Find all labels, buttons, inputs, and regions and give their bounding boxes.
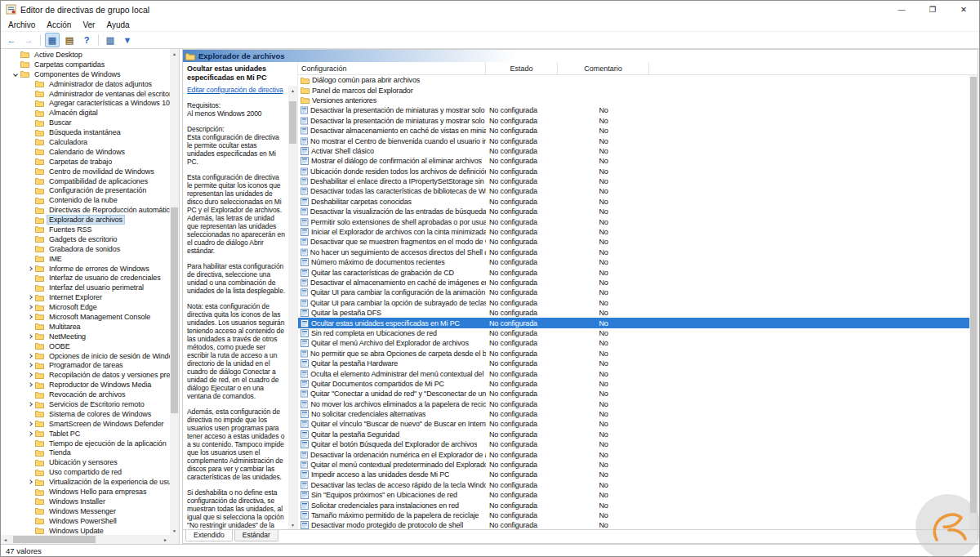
list-row-setting[interactable]: Desactivar el almacenamiento en caché de… xyxy=(298,278,978,287)
tree-item[interactable]: Gadgets de escritorio xyxy=(1,234,170,244)
expand-chevron-icon[interactable] xyxy=(25,296,34,299)
tree-item[interactable]: Programador de tareas xyxy=(1,361,170,371)
tree-item[interactable]: Windows PowerShell xyxy=(1,516,170,526)
list-row-setting[interactable]: No hacer un seguimiento de accesos direc… xyxy=(298,247,978,257)
tree-item[interactable]: Recopilación de datos y versiones preli xyxy=(1,370,170,380)
edit-policy-link[interactable]: Editar configuración de directiva xyxy=(187,86,286,94)
tree-horizontal-scrollbar[interactable]: ◄ ► xyxy=(1,535,170,544)
tree-item[interactable]: Informe de errores de Windows xyxy=(1,264,170,274)
tree-item[interactable]: Buscar xyxy=(1,118,170,127)
standard-view-button[interactable]: ▥ xyxy=(103,33,118,47)
collapse-chevron-icon[interactable] xyxy=(11,73,20,76)
tree-item[interactable]: Fuentes RSS xyxy=(1,225,170,234)
tree-vertical-scrollbar[interactable]: ▲ ▼ xyxy=(170,49,179,535)
expand-chevron-icon[interactable] xyxy=(25,335,34,338)
export-list-button[interactable]: ▤ xyxy=(62,33,77,47)
list-row-setting[interactable]: Quitar la pestaña HardwareNo configurada… xyxy=(298,359,978,368)
tree-item[interactable]: Carpetas de trabajo xyxy=(1,157,170,167)
list-row-setting[interactable]: Quitar el vínculo "Buscar de nuevo" de B… xyxy=(298,419,978,429)
minimize-button[interactable]: — xyxy=(886,1,917,18)
tree-item[interactable]: Revocación de archivos xyxy=(1,390,170,399)
expand-chevron-icon[interactable] xyxy=(25,373,34,377)
tree-item[interactable]: Windows Installer xyxy=(1,497,170,506)
tree-item[interactable]: SmartScreen de Windows Defender xyxy=(1,419,170,429)
tab-estandar[interactable]: Estándar xyxy=(234,530,278,541)
tree-item[interactable]: NetMeeting xyxy=(1,332,170,341)
expand-chevron-icon[interactable] xyxy=(25,305,34,309)
scrollbar-track[interactable] xyxy=(170,58,179,526)
tree-item[interactable]: Configuración de presentación xyxy=(1,185,170,195)
list-row-setting[interactable]: No permitir que se abra Opciones de carp… xyxy=(298,349,978,359)
list-row-folder[interactable]: Versiones anteriores xyxy=(298,96,978,105)
tree-item[interactable]: Sistema de colores de Windows xyxy=(1,409,170,419)
scroll-down-icon[interactable]: ▼ xyxy=(288,520,297,529)
scrollbar-track[interactable] xyxy=(10,535,161,544)
scrollbar-thumb[interactable] xyxy=(970,77,977,513)
list-row-setting[interactable]: Desactivar todas las características de … xyxy=(298,186,978,196)
list-row-setting[interactable]: Permitir solo extensiones de shell aprob… xyxy=(298,216,978,226)
expand-chevron-icon[interactable] xyxy=(25,363,34,367)
list-row-setting[interactable]: Quitar las características de grabación … xyxy=(298,267,978,277)
list-row-setting[interactable]: Solicitar credenciales para instalacione… xyxy=(298,500,978,510)
tree-item[interactable]: Tablet PC xyxy=(1,429,170,439)
tree-item[interactable]: Ubicación y sensores xyxy=(1,457,170,467)
tree-item[interactable]: Centro de movilidad de Windows xyxy=(1,167,170,176)
expand-chevron-icon[interactable] xyxy=(25,315,34,319)
list-row-setting[interactable]: Desactivar la presentación de miniaturas… xyxy=(298,116,978,126)
tree-item[interactable]: Microsoft Management Console xyxy=(1,312,170,322)
tree-item[interactable]: Calculadora xyxy=(1,137,170,147)
tree-item[interactable]: Windows Messenger xyxy=(1,506,170,516)
list-row-setting[interactable]: Mostrar el diálogo de confirmación al el… xyxy=(298,156,978,166)
scrollbar-track[interactable] xyxy=(288,95,297,520)
tree-item[interactable]: Tiempo de ejecución de la aplicación xyxy=(1,439,170,448)
list-row-setting[interactable]: Desactivar la ordenación numérica en el … xyxy=(298,449,978,459)
list-row-setting[interactable]: Iniciar el Explorador de archivos con la… xyxy=(298,227,978,237)
tree-item[interactable]: Carpetas compartidas xyxy=(1,60,170,69)
tree-item[interactable]: Multitarea xyxy=(1,322,170,332)
tree-item[interactable]: Directivas de Reproducción automátic xyxy=(1,205,170,215)
list-row-setting[interactable]: Quitar "Conectar a unidad de red" y "Des… xyxy=(298,389,978,399)
tree-item[interactable]: Agregar características a Windows 10 xyxy=(1,98,170,108)
tree-item[interactable]: Windows Hello para empresas xyxy=(1,487,170,497)
tree-item[interactable]: Almacén digital xyxy=(1,108,170,118)
scrollbar-thumb[interactable] xyxy=(171,207,178,413)
scroll-down-icon[interactable]: ▼ xyxy=(170,526,179,535)
list-row-setting[interactable]: Sin red completa en Ubicaciones de redNo… xyxy=(298,328,978,338)
list-row-setting[interactable]: Quitar UI para cambiar la opción de subr… xyxy=(298,298,978,308)
tree-item[interactable]: Calendario de Windows xyxy=(1,147,170,157)
list-row-setting[interactable]: Impedir acceso a las unidades desde Mi P… xyxy=(298,470,978,479)
tree-item[interactable]: Uso compartido de red xyxy=(1,467,170,477)
list-row-setting[interactable]: Desactivar la visualización de las entra… xyxy=(298,207,978,216)
list-row-setting[interactable]: Desactivar que se muestren fragmentos en… xyxy=(298,237,978,247)
tree-item[interactable]: Virtualización de la experiencia de usu xyxy=(1,477,170,487)
list-row-setting[interactable]: Activar Shell clásicoNo configuradaNo xyxy=(298,146,978,156)
description-scrollbar[interactable]: ▲ ▼ xyxy=(288,86,297,529)
column-header-comentario[interactable]: Comentario xyxy=(558,62,649,74)
tree-item[interactable]: Opciones de inicio de sesión de Windo xyxy=(1,351,170,361)
expand-chevron-icon[interactable] xyxy=(25,432,34,435)
list-row-setting[interactable]: Desactivar las teclas de acceso rápido d… xyxy=(298,480,978,490)
list-row-setting[interactable]: No mover los archivos eliminados a la pa… xyxy=(298,399,978,409)
tree-item[interactable]: Interfaz de usuario de credenciales xyxy=(1,273,170,283)
help-button[interactable]: ? xyxy=(79,33,94,47)
expand-chevron-icon[interactable] xyxy=(25,354,34,358)
tree-item[interactable]: Microsoft Edge xyxy=(1,302,170,312)
tree-item[interactable]: Administrador de ventanas del escritori xyxy=(1,89,170,99)
list-row-setting[interactable]: No mostrar el Centro de bienvenida cuand… xyxy=(298,136,978,145)
list-row-setting[interactable]: Quitar el menú Archivo del Explorador de… xyxy=(298,338,978,348)
tree-item[interactable]: Compatibilidad de aplicaciones xyxy=(1,176,170,186)
menu-accion[interactable]: Acción xyxy=(41,20,77,29)
tab-extendido[interactable]: Extendido xyxy=(185,530,233,541)
tree-item[interactable]: Internet Explorer xyxy=(1,292,170,302)
expand-chevron-icon[interactable] xyxy=(25,422,34,426)
expand-chevron-icon[interactable] xyxy=(25,480,34,483)
tree-item[interactable]: Servicios de Escritorio remoto xyxy=(1,399,170,409)
back-button[interactable]: ← xyxy=(4,33,19,47)
expand-chevron-icon[interactable] xyxy=(25,267,34,270)
maximize-button[interactable]: ❐ xyxy=(917,1,948,18)
menu-ayuda[interactable]: Ayuda xyxy=(100,20,135,29)
list-row-setting[interactable]: Quitar el botón Búsqueda del Explorador … xyxy=(298,439,978,449)
filter-button[interactable]: ▼ xyxy=(120,33,135,47)
list-row-setting[interactable]: Quitar UI para cambiar la configuración … xyxy=(298,287,978,297)
tree-item[interactable]: Reproductor de Windows Media xyxy=(1,380,170,390)
